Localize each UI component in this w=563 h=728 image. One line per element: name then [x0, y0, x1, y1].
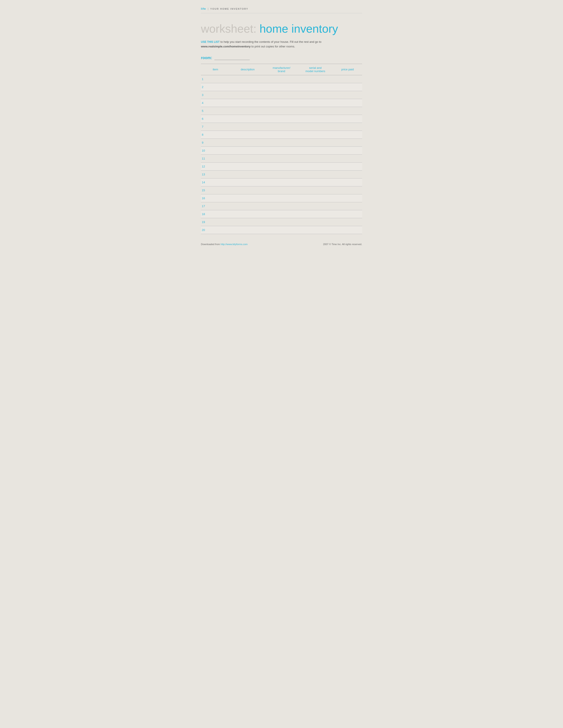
- row-serial[interactable]: [298, 178, 333, 186]
- row-serial[interactable]: [298, 146, 333, 154]
- row-description[interactable]: [230, 131, 265, 139]
- row-manufacturer[interactable]: [265, 202, 298, 210]
- row-description[interactable]: [230, 107, 265, 115]
- row-description[interactable]: [230, 146, 265, 154]
- table-row[interactable]: 14: [201, 178, 362, 186]
- row-description[interactable]: [230, 170, 265, 178]
- row-manufacturer[interactable]: [265, 91, 298, 99]
- row-price[interactable]: [333, 107, 362, 115]
- row-description[interactable]: [230, 99, 265, 107]
- row-serial[interactable]: [298, 194, 333, 202]
- table-row[interactable]: 8: [201, 131, 362, 139]
- row-serial[interactable]: [298, 131, 333, 139]
- row-manufacturer[interactable]: [265, 115, 298, 123]
- table-row[interactable]: 7: [201, 123, 362, 131]
- row-price[interactable]: [333, 154, 362, 162]
- row-manufacturer[interactable]: [265, 99, 298, 107]
- table-row[interactable]: 5: [201, 107, 362, 115]
- table-row[interactable]: 19: [201, 218, 362, 226]
- row-serial[interactable]: [298, 154, 333, 162]
- row-price[interactable]: [333, 194, 362, 202]
- table-row[interactable]: 9: [201, 139, 362, 146]
- row-price[interactable]: [333, 178, 362, 186]
- row-price[interactable]: [333, 139, 362, 146]
- row-price[interactable]: [333, 91, 362, 99]
- table-row[interactable]: 6: [201, 115, 362, 123]
- row-serial[interactable]: [298, 218, 333, 226]
- row-serial[interactable]: [298, 107, 333, 115]
- row-description[interactable]: [230, 226, 265, 234]
- row-price[interactable]: [333, 123, 362, 131]
- row-description[interactable]: [230, 91, 265, 99]
- row-manufacturer[interactable]: [265, 210, 298, 218]
- table-row[interactable]: 11: [201, 154, 362, 162]
- row-serial[interactable]: [298, 115, 333, 123]
- room-input-line[interactable]: [214, 56, 250, 60]
- footer-url[interactable]: http://www.tidyforms.com: [220, 243, 247, 246]
- row-manufacturer[interactable]: [265, 194, 298, 202]
- row-description[interactable]: [230, 202, 265, 210]
- row-description[interactable]: [230, 139, 265, 146]
- table-row[interactable]: 10: [201, 146, 362, 154]
- row-description[interactable]: [230, 115, 265, 123]
- table-row[interactable]: 2: [201, 83, 362, 91]
- row-serial[interactable]: [298, 91, 333, 99]
- row-description[interactable]: [230, 75, 265, 83]
- row-description[interactable]: [230, 194, 265, 202]
- table-row[interactable]: 17: [201, 202, 362, 210]
- row-description[interactable]: [230, 218, 265, 226]
- row-price[interactable]: [333, 83, 362, 91]
- row-manufacturer[interactable]: [265, 170, 298, 178]
- row-serial[interactable]: [298, 83, 333, 91]
- row-manufacturer[interactable]: [265, 186, 298, 194]
- row-serial[interactable]: [298, 123, 333, 131]
- table-row[interactable]: 15: [201, 186, 362, 194]
- row-serial[interactable]: [298, 202, 333, 210]
- row-manufacturer[interactable]: [265, 226, 298, 234]
- table-row[interactable]: 3: [201, 91, 362, 99]
- row-manufacturer[interactable]: [265, 218, 298, 226]
- row-manufacturer[interactable]: [265, 107, 298, 115]
- row-manufacturer[interactable]: [265, 123, 298, 131]
- row-price[interactable]: [333, 99, 362, 107]
- row-price[interactable]: [333, 226, 362, 234]
- row-serial[interactable]: [298, 210, 333, 218]
- row-description[interactable]: [230, 210, 265, 218]
- row-description[interactable]: [230, 123, 265, 131]
- row-serial[interactable]: [298, 139, 333, 146]
- row-price[interactable]: [333, 170, 362, 178]
- row-serial[interactable]: [298, 226, 333, 234]
- row-price[interactable]: [333, 115, 362, 123]
- table-row[interactable]: 13: [201, 170, 362, 178]
- table-row[interactable]: 12: [201, 162, 362, 170]
- row-serial[interactable]: [298, 186, 333, 194]
- row-serial[interactable]: [298, 170, 333, 178]
- row-manufacturer[interactable]: [265, 139, 298, 146]
- row-manufacturer[interactable]: [265, 178, 298, 186]
- row-serial[interactable]: [298, 75, 333, 83]
- row-price[interactable]: [333, 75, 362, 83]
- row-serial[interactable]: [298, 162, 333, 170]
- table-row[interactable]: 16: [201, 194, 362, 202]
- row-manufacturer[interactable]: [265, 131, 298, 139]
- row-manufacturer[interactable]: [265, 162, 298, 170]
- row-price[interactable]: [333, 131, 362, 139]
- table-row[interactable]: 20: [201, 226, 362, 234]
- table-row[interactable]: 1: [201, 75, 362, 83]
- row-description[interactable]: [230, 178, 265, 186]
- row-description[interactable]: [230, 154, 265, 162]
- row-manufacturer[interactable]: [265, 154, 298, 162]
- row-price[interactable]: [333, 186, 362, 194]
- row-description[interactable]: [230, 83, 265, 91]
- row-price[interactable]: [333, 202, 362, 210]
- row-manufacturer[interactable]: [265, 75, 298, 83]
- row-manufacturer[interactable]: [265, 83, 298, 91]
- row-price[interactable]: [333, 146, 362, 154]
- row-price[interactable]: [333, 210, 362, 218]
- row-price[interactable]: [333, 162, 362, 170]
- row-manufacturer[interactable]: [265, 146, 298, 154]
- row-description[interactable]: [230, 162, 265, 170]
- row-serial[interactable]: [298, 99, 333, 107]
- table-row[interactable]: 18: [201, 210, 362, 218]
- row-description[interactable]: [230, 186, 265, 194]
